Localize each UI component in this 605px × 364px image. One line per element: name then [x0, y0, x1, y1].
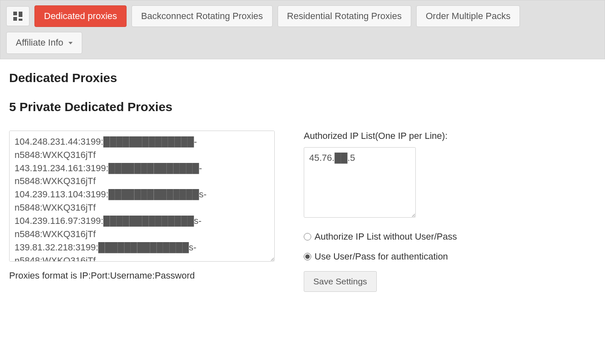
auth-mode-ip-only-label: Authorize IP List without User/Pass: [315, 231, 457, 242]
proxies-column: Proxies format is IP:Port:Username:Passw…: [9, 131, 275, 281]
page-content: Dedicated Proxies 5 Private Dedicated Pr…: [0, 59, 605, 303]
nav-residential-rotating[interactable]: Residential Rotating Proxies: [278, 5, 411, 27]
nav-backconnect-rotating[interactable]: Backconnect Rotating Proxies: [132, 5, 273, 27]
auth-column: Authorized IP List(One IP per Line): Aut…: [304, 131, 511, 292]
auth-mode-radio-group: Authorize IP List without User/Pass Use …: [304, 231, 511, 262]
proxy-list-textarea[interactable]: [9, 131, 275, 262]
save-settings-button[interactable]: Save Settings: [304, 271, 377, 292]
caret-down-icon: [68, 42, 73, 44]
page-subtitle: 5 Private Dedicated Proxies: [9, 100, 596, 114]
nav-affiliate-info-label: Affiliate Info: [16, 37, 63, 48]
auth-mode-userpass-label: Use User/Pass for authentication: [315, 251, 448, 262]
authorized-ip-textarea[interactable]: [304, 147, 416, 218]
authorized-ip-label: Authorized IP List(One IP per Line):: [304, 131, 511, 141]
top-navbar: Dedicated proxies Backconnect Rotating P…: [0, 0, 605, 59]
nav-order-multiple-packs[interactable]: Order Multiple Packs: [416, 5, 520, 27]
nav-affiliate-info-dropdown[interactable]: Affiliate Info: [6, 32, 82, 53]
auth-mode-userpass-radio[interactable]: [304, 253, 311, 260]
auth-mode-userpass-row[interactable]: Use User/Pass for authentication: [304, 251, 511, 262]
nav-dedicated-proxies[interactable]: Dedicated proxies: [34, 5, 127, 27]
nav-dashboard-button[interactable]: [6, 6, 29, 26]
auth-mode-ip-only-row[interactable]: Authorize IP List without User/Pass: [304, 231, 511, 242]
dashboard-icon: [13, 12, 22, 21]
page-title: Dedicated Proxies: [9, 71, 596, 85]
auth-mode-ip-only-radio[interactable]: [304, 233, 311, 240]
proxy-format-note: Proxies format is IP:Port:Username:Passw…: [9, 270, 275, 281]
settings-columns: Proxies format is IP:Port:Username:Passw…: [9, 131, 596, 292]
